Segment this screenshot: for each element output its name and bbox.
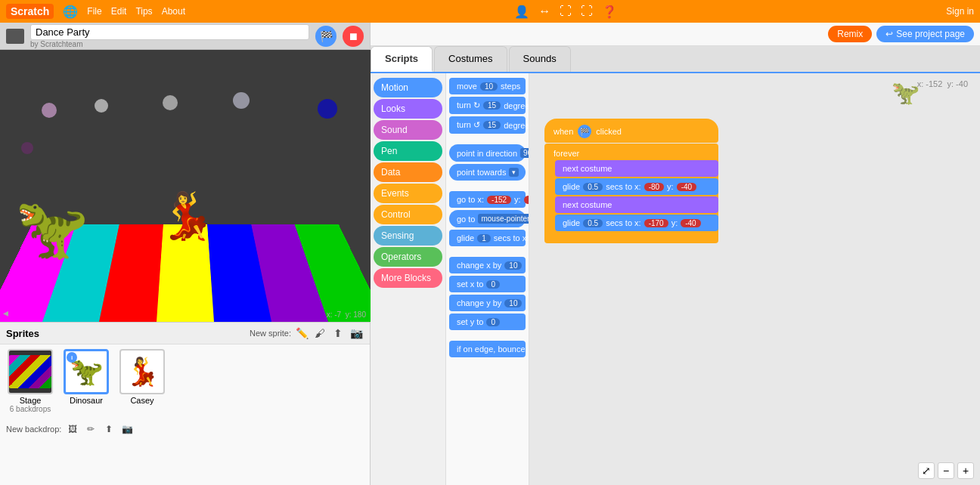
block-turn-ccw[interactable]: turn ↺ 15 degrees — [449, 116, 526, 134]
glide-block-1[interactable]: glide 0.5 secs to x: -80 y: -40 — [555, 178, 718, 195]
category-sound[interactable]: Sound — [374, 120, 442, 140]
glide1-x[interactable]: -80 — [644, 183, 664, 191]
mini-dinosaur: 🦖 — [892, 79, 920, 106]
remix-button[interactable]: Remix — [828, 26, 872, 42]
tab-sounds[interactable]: Sounds — [509, 46, 571, 72]
tab-costumes[interactable]: Costumes — [434, 46, 507, 72]
user-icon[interactable]: 👤 — [514, 5, 529, 19]
zoom-in-btn[interactable]: + — [957, 462, 974, 479]
main-container: by Scratchteam 🏁 ⏹ — [0, 23, 980, 485]
camera-sprite-btn[interactable]: 📷 — [349, 326, 364, 341]
edit-menu[interactable]: Edit — [111, 6, 127, 17]
block-turn-ccw-num[interactable]: 15 — [483, 121, 501, 129]
block-changey-num[interactable]: 10 — [504, 299, 522, 307]
tips-menu[interactable]: Tips — [135, 6, 152, 17]
block-move[interactable]: move 10 steps — [449, 78, 526, 94]
brush-backdrop-btn[interactable]: ✏ — [84, 422, 98, 436]
category-motion[interactable]: Motion — [374, 78, 442, 97]
upload-backdrop-btn[interactable]: ⬆ — [102, 422, 116, 436]
sprite-info-btn[interactable]: i — [67, 352, 77, 363]
globe-icon[interactable]: 🌐 — [63, 5, 78, 19]
category-operators[interactable]: Operators — [374, 247, 442, 267]
block-gotoX[interactable]: -152 — [487, 196, 511, 204]
block-point-towards[interactable]: point towards — [449, 164, 526, 181]
stage-label: Stage — [20, 396, 42, 405]
about-menu[interactable]: About — [162, 6, 185, 17]
zoom-out-btn[interactable]: − — [938, 462, 954, 479]
block-setx-num[interactable]: 0 — [486, 280, 500, 289]
block-go-to-xy[interactable]: go to x: -152 y: -40 — [449, 191, 526, 208]
stage-sprite-item[interactable]: Stage 6 backdrops — [5, 349, 56, 413]
script-workspace: when 🏁 clicked forever next costu — [544, 119, 718, 243]
block-move-num[interactable]: 10 — [480, 82, 498, 91]
glide2-secs[interactable]: 0.5 — [583, 219, 603, 227]
block-turn-cw-num[interactable]: 15 — [483, 101, 501, 110]
glide1-y[interactable]: -40 — [677, 183, 696, 191]
scripting-area[interactable]: when 🏁 clicked forever next costu — [529, 73, 980, 485]
see-project-button[interactable]: ↩ See project page — [876, 26, 974, 42]
block-changex-num[interactable]: 10 — [504, 261, 522, 270]
fullscreen-icon[interactable]: ⛶ — [560, 5, 572, 18]
brush-sprite-btn[interactable]: 🖌 — [312, 326, 327, 341]
green-flag-icon: 🏁 — [578, 125, 591, 138]
ball-sprite-1 — [42, 103, 57, 118]
project-name-input[interactable] — [30, 24, 309, 40]
block-turn-cw[interactable]: turn ↻ 15 degrees — [449, 97, 526, 114]
new-backdrop-label: New backdrop: — [6, 425, 61, 434]
block-glide[interactable]: glide 1 secs to x: -152 y: -40 — [449, 230, 526, 246]
glide2-x[interactable]: -170 — [644, 219, 668, 227]
block-goto-dropdown[interactable]: mouse-pointer — [478, 214, 529, 224]
zoom-icon[interactable]: ⛶ — [581, 5, 593, 18]
block-set-y[interactable]: set y to 0 — [449, 314, 526, 330]
blocks-categories: Motion Looks Sound Pen Data Events Contr… — [371, 73, 446, 485]
signin-link[interactable]: Sign in — [946, 6, 974, 17]
ball-sprite-3 — [163, 95, 178, 110]
category-control[interactable]: Control — [374, 205, 442, 224]
casey-sprite[interactable]: 💃 — [159, 193, 216, 239]
scratch-logo[interactable]: Scratch — [6, 4, 54, 19]
paint-sprite-btn[interactable]: ✏️ — [294, 326, 309, 341]
expand-icon[interactable]: ◂ — [3, 307, 8, 319]
new-sprite-controls: New sprite: ✏️ 🖌 ⬆ 📷 — [250, 326, 364, 341]
when-clicked-block[interactable]: when 🏁 clicked — [544, 119, 718, 143]
tab-scripts[interactable]: Scripts — [371, 46, 433, 72]
block-change-x[interactable]: change x by 10 — [449, 257, 526, 273]
camera-backdrop-btn[interactable]: 📷 — [120, 422, 134, 436]
block-glide-secs[interactable]: 1 — [477, 234, 491, 242]
block-point-direction[interactable]: point in direction 90 — [449, 144, 526, 162]
casey-sprite-item[interactable]: 💃 Casey — [116, 349, 168, 413]
block-change-y[interactable]: change y by 10 — [449, 295, 526, 311]
next-costume-block-2[interactable]: next costume — [555, 196, 718, 213]
block-if-on-edge[interactable]: if on edge, bounce — [449, 341, 526, 357]
glide-block-2[interactable]: glide 0.5 secs to x: -170 y: -40 — [555, 215, 718, 231]
glide2-y[interactable]: -40 — [681, 219, 700, 227]
category-data[interactable]: Data — [374, 162, 442, 182]
block-set-x[interactable]: set x to 0 — [449, 276, 526, 292]
file-menu[interactable]: File — [87, 6, 101, 17]
category-looks[interactable]: Looks — [374, 99, 442, 119]
stop-button[interactable]: ⏹ — [343, 26, 364, 47]
block-sety-num[interactable]: 0 — [486, 318, 500, 326]
forever-block[interactable]: forever next costume glide 0 — [544, 144, 718, 243]
next-costume-block-1[interactable]: next costume — [555, 160, 718, 177]
category-events[interactable]: Events — [374, 184, 442, 203]
see-project-label: See project page — [896, 29, 965, 39]
block-go-to[interactable]: go to mouse-pointer — [449, 210, 526, 227]
paint-backdrop-btn[interactable]: 🖼 — [66, 422, 79, 436]
cursor-icon[interactable]: ↔ — [538, 5, 550, 18]
block-towards-dropdown[interactable] — [509, 168, 519, 177]
zoom-fit-btn[interactable]: ⤢ — [918, 462, 935, 479]
dinosaur-sprite[interactable]: 🦖 — [15, 199, 88, 258]
block-direction-dropdown[interactable]: 90 — [520, 148, 529, 158]
upload-sprite-btn[interactable]: ⬆ — [330, 326, 346, 341]
glide1-secs[interactable]: 0.5 — [583, 183, 603, 191]
block-gotoY[interactable]: -40 — [524, 196, 529, 204]
sprite-area: Sprites New sprite: ✏️ 🖌 ⬆ 📷 Stage 6 bac… — [0, 322, 370, 485]
category-more-blocks[interactable]: More Blocks — [374, 268, 442, 288]
category-pen[interactable]: Pen — [374, 141, 442, 161]
stage-backdrop-section: New backdrop: 🖼 ✏ ⬆ 📷 — [0, 421, 370, 437]
dinosaur-sprite-item[interactable]: i 🦖 Dinosaur — [60, 349, 112, 413]
help-icon[interactable]: ❓ — [602, 5, 617, 19]
green-flag-button[interactable]: 🏁 — [315, 26, 336, 47]
category-sensing[interactable]: Sensing — [374, 226, 442, 246]
